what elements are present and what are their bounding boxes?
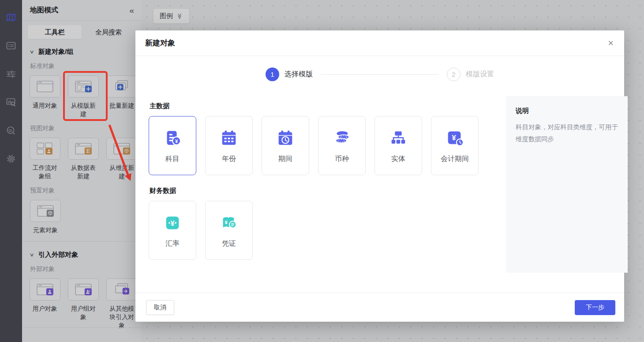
template-card-period[interactable]: 期间 [262,116,309,175]
org-tree-icon [388,128,408,148]
modal-title: 新建对象 [145,38,175,48]
calendar-icon [219,128,239,148]
step-2-circle: 2 [447,68,461,81]
description-panel: 说明 科目对象，对应科目类维度，可用于维度数据同步 [506,96,628,273]
account-ledger-icon: ¥ [162,128,183,148]
step-2-label: 模版设置 [466,70,494,79]
svg-text:¥: ¥ [452,133,456,142]
coins-icon [332,128,352,148]
template-card-accounting-period[interactable]: ¥ 会计期间 [431,116,479,175]
modal-body: 主数据 ¥ 科目 [149,92,624,288]
modal-footer: 取消 下一步 [135,293,624,322]
exchange-rate-icon: ¥ [162,213,183,233]
step-indicator: 1 选择模版 2 模版设置 [135,68,624,81]
close-icon[interactable]: × [608,38,614,48]
description-title: 说明 [516,107,618,115]
template-card-exchange-rate[interactable]: ¥ 汇率 [149,201,196,260]
calendar-clock-icon [275,128,296,148]
template-card-entity[interactable]: 实体 [374,116,422,175]
svg-text:¥: ¥ [225,220,228,225]
yen-clock-icon: ¥ [445,128,465,148]
template-card-year[interactable]: 年份 [205,116,253,175]
template-card-voucher[interactable]: ¥ 凭证 [205,201,253,260]
template-card-currency[interactable]: 币种 [318,116,366,175]
step-1-label: 选择模版 [285,70,313,79]
new-object-modal: 新建对象 × 1 选择模版 2 模版设置 主数据 ¥ 科目 [135,30,624,322]
svg-text:¥: ¥ [175,139,178,144]
next-step-button[interactable]: 下一步 [575,300,615,315]
template-card-account[interactable]: ¥ 科目 [149,116,196,175]
modal-header: 新建对象 × [135,30,624,56]
voucher-book-icon: ¥ [219,213,239,233]
description-body: 科目对象，对应科目类维度，可用于维度数据同步 [516,121,618,145]
svg-text:¥: ¥ [170,219,174,227]
cancel-button[interactable]: 取消 [146,300,174,315]
step-1-circle: 1 [266,68,279,81]
step-connector [321,74,439,75]
